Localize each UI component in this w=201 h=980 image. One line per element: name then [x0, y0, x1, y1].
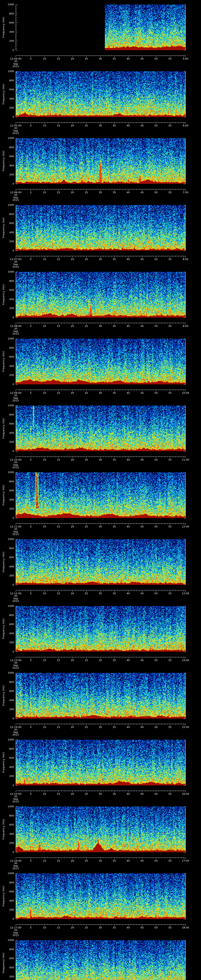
x-tick-label: 20: [69, 792, 77, 795]
x-tick-label: 30: [96, 458, 104, 461]
y-tick-label: 1000: [5, 738, 14, 741]
y-tick-label: 800: [5, 347, 14, 349]
x-tick-label: 10: [41, 726, 48, 729]
x-tick-label: 15: [54, 726, 62, 729]
x-tick-label: 55: [166, 859, 174, 862]
y-tick-label: 0: [5, 249, 14, 252]
x-tick-label: 20: [69, 191, 77, 194]
x-tick-label: 50: [152, 859, 160, 862]
y-axis-title: Frequency (Hz): [2, 819, 5, 840]
x-tick-label: 25: [83, 926, 90, 929]
spectrogram-panel: Frequency (Hz) 12:07:00 30 Sep 2015 8:00…: [0, 205, 201, 272]
axes-and-ticks: [0, 5, 201, 72]
x-axis-end-time: 7:00: [178, 191, 193, 194]
x-tick-label: 55: [166, 792, 174, 795]
x-axis-end-time: 11:00: [178, 458, 193, 461]
x-tick-label: 30: [96, 325, 104, 328]
x-tick-label: 45: [138, 258, 146, 261]
x-tick-label: 25: [83, 391, 90, 395]
x-tick-label: 40: [124, 592, 132, 595]
x-tick-label: 55: [166, 258, 174, 261]
y-tick-label: 400: [5, 30, 14, 33]
x-tick-label: 10: [41, 124, 48, 127]
x-tick-label: 55: [166, 726, 174, 729]
x-axis-date-year: 2015: [5, 533, 27, 536]
x-tick-label: 15: [54, 325, 62, 328]
y-tick-label: 800: [5, 948, 14, 951]
y-tick-label: 600: [5, 422, 14, 425]
y-tick-label: 1000: [5, 270, 14, 273]
y-tick-label: 1000: [5, 404, 14, 407]
x-tick-label: 10: [41, 926, 48, 929]
x-tick-label: 5: [27, 525, 35, 528]
x-tick-label: 10: [41, 859, 48, 862]
y-tick-label: 200: [5, 508, 14, 510]
x-tick-label: 10: [41, 258, 48, 261]
x-tick-label: 25: [83, 325, 90, 328]
y-tick-label: 1000: [5, 939, 14, 942]
y-tick-label: 0: [5, 450, 14, 453]
x-axis-date-year: 2015: [5, 800, 27, 803]
axes-and-ticks: [0, 473, 201, 539]
x-tick-label: 5: [27, 592, 35, 595]
x-tick-label: 25: [83, 726, 90, 729]
y-axis-title: Frequency (Hz): [2, 618, 5, 639]
y-tick-label: 400: [5, 498, 14, 501]
x-tick-label: 25: [83, 525, 90, 528]
y-axis-title: Frequency (Hz): [2, 351, 5, 372]
x-tick-label: 20: [69, 258, 77, 261]
x-tick-label: 55: [166, 592, 174, 595]
axes-and-ticks: [0, 406, 201, 473]
x-axis-end-time: 16:00: [178, 792, 193, 795]
y-axis-title: Frequency (Hz): [2, 685, 5, 706]
x-tick-label: 50: [152, 592, 160, 595]
axes-and-ticks: [0, 940, 201, 980]
x-tick-label: 15: [54, 792, 62, 795]
x-tick-label: 50: [152, 391, 160, 395]
x-tick-label: 25: [83, 592, 90, 595]
x-tick-label: 15: [54, 659, 62, 662]
x-tick-label: 20: [69, 458, 77, 461]
x-tick-label: 5: [27, 926, 35, 929]
x-tick-label: 5: [27, 124, 35, 127]
axes-and-ticks: [0, 673, 201, 740]
y-tick-label: 1000: [5, 70, 14, 73]
spectrogram-panel: Frequency (Hz) 12:08:00 30 Sep 2015 9:00…: [0, 272, 201, 339]
x-tick-label: 25: [83, 57, 90, 60]
x-tick-label: 40: [124, 792, 132, 795]
y-axis-title: Frequency (Hz): [2, 418, 5, 439]
x-tick-label: 20: [69, 726, 77, 729]
y-axis-title: Frequency (Hz): [2, 151, 5, 171]
axes-and-ticks: [0, 873, 201, 940]
x-tick-label: 50: [152, 325, 160, 328]
axes-and-ticks: [0, 740, 201, 807]
y-tick-label: 200: [5, 574, 14, 577]
x-tick-label: 5: [27, 792, 35, 795]
y-tick-label: 1000: [5, 337, 14, 340]
y-tick-label: 600: [5, 489, 14, 492]
y-tick-label: 200: [5, 307, 14, 310]
x-axis-end-time: 18:00: [178, 926, 193, 929]
spectrogram-panel: Frequency (Hz) 12:05:00 30 Sep 2015 6:00…: [0, 72, 201, 138]
y-tick-label: 0: [5, 316, 14, 319]
x-axis-end-time: 17:00: [178, 859, 193, 862]
x-axis-end-time: 6:00: [178, 124, 193, 127]
y-tick-label: 800: [5, 881, 14, 884]
y-tick-label: 0: [5, 183, 14, 185]
x-tick-label: 40: [124, 57, 132, 60]
y-tick-label: 800: [5, 681, 14, 684]
x-tick-label: 20: [69, 391, 77, 395]
x-tick-label: 45: [138, 659, 146, 662]
x-axis-date-year: 2015: [5, 266, 27, 268]
x-tick-label: 40: [124, 124, 132, 127]
y-tick-label: 600: [5, 823, 14, 826]
y-tick-label: 400: [5, 231, 14, 234]
y-tick-label: 1000: [5, 538, 14, 541]
y-tick-label: 600: [5, 356, 14, 358]
y-tick-label: 400: [5, 365, 14, 368]
x-tick-label: 10: [41, 325, 48, 328]
x-tick-label: 35: [110, 325, 118, 328]
x-tick-label: 20: [69, 926, 77, 929]
y-axis-title: Frequency (Hz): [2, 886, 5, 906]
x-tick-label: 50: [152, 525, 160, 528]
